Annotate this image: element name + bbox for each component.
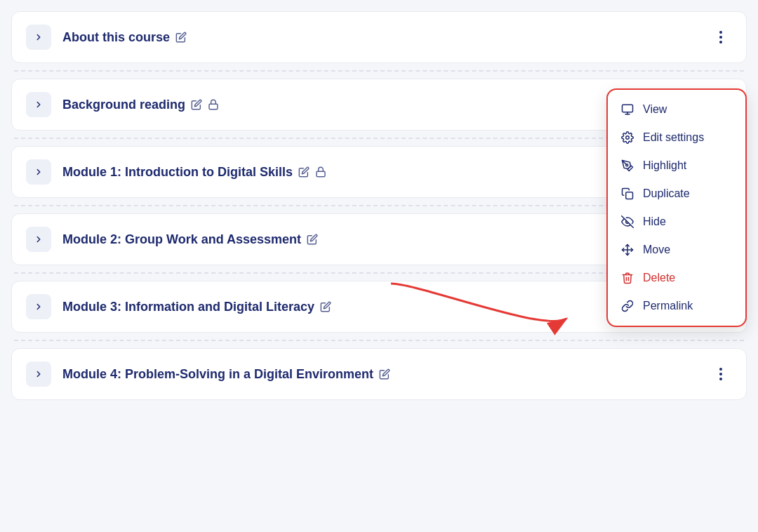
menu-item-view[interactable]: View <box>608 95 745 124</box>
edit-icon-background <box>191 99 202 110</box>
edit-icon-module1 <box>298 166 310 178</box>
edit-icon-module3 <box>320 301 331 312</box>
move-icon <box>620 243 634 257</box>
eye-off-icon <box>620 215 634 229</box>
edit-icon-module4 <box>379 368 390 380</box>
menu-item-move[interactable]: Move <box>608 236 745 264</box>
menu-label-edit-settings: Edit settings <box>643 131 704 144</box>
link-icon <box>620 299 634 313</box>
menu-label-duplicate: Duplicate <box>643 187 690 200</box>
menu-item-edit-settings[interactable]: Edit settings <box>608 124 745 152</box>
menu-item-duplicate[interactable]: Duplicate <box>608 180 745 208</box>
menu-label-permalink: Permalink <box>643 300 693 312</box>
title-text: About this course <box>62 30 170 45</box>
menu-label-view: View <box>643 103 667 116</box>
svg-rect-0 <box>209 104 218 109</box>
menu-label-move: Move <box>643 244 670 256</box>
title-text: Background reading <box>62 98 185 112</box>
edit-icon-module2 <box>307 234 318 245</box>
expand-button-module2[interactable] <box>26 227 51 252</box>
expand-button-module1[interactable] <box>26 159 51 185</box>
expand-button-module4[interactable] <box>26 361 51 387</box>
menu-item-hide[interactable]: Hide <box>608 208 745 236</box>
item-title-about: About this course <box>62 30 710 45</box>
title-text: Module 3: Information and Digital Litera… <box>62 300 314 314</box>
pen-icon <box>620 159 634 173</box>
course-item-about: About this course <box>11 11 747 63</box>
more-button-module4[interactable] <box>710 363 732 385</box>
menu-item-highlight[interactable]: Highlight <box>608 152 745 180</box>
menu-label-hide: Hide <box>643 215 666 228</box>
more-dots-icon <box>719 368 722 380</box>
more-button-about[interactable] <box>710 26 732 48</box>
expand-button-background[interactable] <box>26 92 51 117</box>
svg-point-6 <box>626 136 630 140</box>
monitor-icon <box>620 102 634 117</box>
menu-item-delete[interactable]: Delete <box>608 264 745 292</box>
menu-label-highlight: Highlight <box>643 159 686 172</box>
edit-icon-about <box>175 32 187 43</box>
svg-point-7 <box>626 164 628 166</box>
trash-icon <box>620 271 634 285</box>
svg-rect-8 <box>626 192 633 199</box>
context-menu-wrapper: View Edit settings Highlight Duplicate <box>606 88 747 327</box>
course-list: About this course Background reading <box>11 11 747 400</box>
svg-rect-3 <box>623 105 633 112</box>
item-title-module4: Module 4: Problem-Solving in a Digital E… <box>62 367 710 382</box>
menu-item-permalink[interactable]: Permalink <box>608 292 745 320</box>
copy-icon <box>620 187 634 201</box>
title-text: Module 4: Problem-Solving in a Digital E… <box>62 367 373 382</box>
lock-icon-background <box>208 99 219 110</box>
title-text: Module 1: Introduction to Digital Skills <box>62 165 293 180</box>
context-menu: View Edit settings Highlight Duplicate <box>606 88 747 327</box>
course-item-module4: Module 4: Problem-Solving in a Digital E… <box>11 348 747 400</box>
more-dots-icon <box>719 31 722 44</box>
gear-icon <box>620 131 634 145</box>
menu-label-delete: Delete <box>643 272 675 284</box>
svg-rect-1 <box>317 171 325 176</box>
title-text: Module 2: Group Work and Assessment <box>62 232 301 247</box>
lock-icon-module1 <box>315 166 326 178</box>
expand-button-module3[interactable] <box>26 294 51 319</box>
expand-button-about[interactable] <box>26 25 51 50</box>
